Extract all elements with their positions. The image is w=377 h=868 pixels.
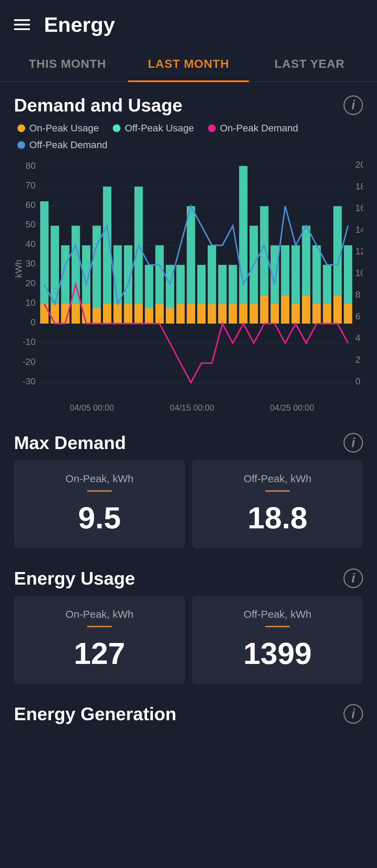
svg-rect-72: [93, 308, 101, 324]
energy-usage-section: Energy Usage i On-Peak, kWh 127 Off-Peak…: [0, 555, 377, 691]
svg-text:50: 50: [25, 219, 36, 230]
energy-usage-off-peak-value: 1399: [243, 636, 312, 671]
max-demand-on-peak-divider: [87, 490, 112, 492]
energy-usage-info-icon[interactable]: i: [343, 569, 363, 588]
svg-rect-75: [124, 304, 132, 324]
svg-text:0: 0: [355, 376, 360, 386]
svg-rect-56: [239, 166, 247, 324]
svg-text:18: 18: [355, 181, 363, 191]
svg-text:20: 20: [25, 278, 36, 288]
svg-rect-90: [281, 296, 289, 324]
energy-usage-off-peak-card: Off-Peak, kWh 1399: [192, 596, 363, 684]
x-label-1: 04/05 00:00: [70, 403, 114, 413]
svg-text:8: 8: [355, 289, 360, 300]
svg-text:10: 10: [25, 297, 36, 308]
energy-usage-off-peak-divider: [265, 626, 290, 627]
energy-usage-on-peak-value: 127: [74, 636, 125, 671]
chart-legend: On-Peak Usage Off-Peak Usage On-Peak Dem…: [14, 123, 363, 151]
energy-usage-header: Energy Usage i: [14, 568, 363, 589]
tab-this-month[interactable]: THIS MONTH: [7, 47, 128, 81]
svg-text:4: 4: [355, 333, 360, 343]
svg-text:60: 60: [25, 200, 36, 210]
energy-generation-header: Energy Generation i: [14, 703, 363, 724]
tab-bar: THIS MONTH LAST MONTH LAST YEAR: [0, 47, 377, 82]
svg-text:6: 6: [355, 311, 360, 321]
svg-text:20: 20: [355, 159, 363, 170]
demand-usage-info-icon[interactable]: i: [343, 95, 363, 115]
svg-text:40: 40: [25, 239, 36, 249]
svg-rect-77: [145, 308, 153, 324]
svg-rect-83: [208, 304, 216, 324]
max-demand-on-peak-label: On-Peak, kWh: [65, 473, 133, 485]
svg-text:30: 30: [25, 258, 36, 269]
energy-usage-title: Energy Usage: [14, 568, 135, 589]
svg-rect-67: [40, 304, 49, 324]
svg-rect-96: [344, 304, 352, 324]
energy-usage-off-peak-label: Off-Peak, kWh: [244, 608, 312, 620]
svg-rect-87: [250, 304, 258, 324]
legend-dot-off-peak-demand: [17, 141, 25, 149]
svg-rect-88: [260, 296, 268, 324]
svg-rect-85: [229, 304, 237, 324]
energy-generation-section: Energy Generation i: [0, 691, 377, 738]
legend-off-peak-usage: Off-Peak Usage: [113, 123, 194, 134]
energy-usage-on-peak-divider: [87, 626, 112, 627]
energy-usage-on-peak-label: On-Peak, kWh: [65, 608, 133, 620]
tab-last-month[interactable]: LAST MONTH: [128, 47, 249, 82]
chart-svg: -30 -20 -10 0 10 20 30 40 50 60 70 80 0 …: [14, 159, 363, 397]
demand-usage-chart: -30 -20 -10 0 10 20 30 40 50 60 70 80 0 …: [14, 159, 363, 397]
legend-dot-off-peak-usage: [113, 124, 120, 132]
energy-generation-info-icon[interactable]: i: [343, 704, 363, 724]
max-demand-section: Max Demand i On-Peak, kWh 9.5 Off-Peak, …: [0, 420, 377, 555]
svg-text:0: 0: [31, 317, 36, 327]
svg-text:12: 12: [355, 246, 363, 256]
svg-text:16: 16: [355, 203, 363, 213]
legend-off-peak-demand: Off-Peak Demand: [17, 139, 108, 151]
svg-rect-80: [176, 304, 185, 324]
svg-rect-81: [187, 304, 195, 324]
page-title: Energy: [44, 13, 115, 37]
energy-usage-grid: On-Peak, kWh 127 Off-Peak, kWh 1399: [14, 596, 363, 684]
svg-rect-91: [291, 304, 300, 324]
max-demand-header: Max Demand i: [14, 432, 363, 453]
svg-rect-93: [312, 304, 321, 324]
max-demand-off-peak-divider: [265, 490, 290, 492]
svg-text:80: 80: [25, 160, 36, 171]
svg-rect-78: [155, 304, 164, 324]
x-label-2: 04/15 00:00: [170, 403, 214, 413]
svg-text:10: 10: [355, 268, 363, 278]
svg-text:70: 70: [25, 180, 36, 190]
svg-text:2: 2: [355, 354, 360, 365]
svg-rect-74: [113, 304, 122, 324]
chart-x-labels: 04/05 00:00 04/15 00:00 04/25 00:00: [14, 400, 363, 413]
svg-rect-94: [323, 304, 331, 324]
svg-rect-86: [239, 304, 247, 324]
demand-usage-header: Demand and Usage i: [14, 95, 363, 116]
svg-rect-43: [103, 187, 111, 324]
demand-usage-section: Demand and Usage i On-Peak Usage Off-Pea…: [0, 82, 377, 420]
max-demand-info-icon[interactable]: i: [343, 433, 363, 453]
max-demand-on-peak-card: On-Peak, kWh 9.5: [14, 460, 185, 548]
svg-text:-10: -10: [22, 337, 36, 347]
max-demand-off-peak-label: Off-Peak, kWh: [244, 473, 312, 485]
svg-rect-84: [218, 304, 227, 324]
tab-last-year[interactable]: LAST YEAR: [249, 47, 370, 81]
legend-dot-on-peak-demand: [208, 124, 216, 132]
x-label-3: 04/25 00:00: [270, 403, 314, 413]
energy-generation-title: Energy Generation: [14, 703, 176, 724]
svg-rect-82: [197, 304, 206, 324]
energy-usage-on-peak-card: On-Peak, kWh 127: [14, 596, 185, 684]
legend-on-peak-demand: On-Peak Demand: [208, 123, 298, 134]
max-demand-title: Max Demand: [14, 432, 126, 453]
demand-usage-title: Demand and Usage: [14, 95, 183, 116]
svg-rect-95: [333, 296, 342, 324]
svg-rect-76: [134, 304, 143, 324]
max-demand-on-peak-value: 9.5: [78, 500, 121, 536]
legend-dot-on-peak-usage: [17, 124, 25, 132]
svg-rect-89: [271, 304, 279, 324]
svg-rect-73: [103, 304, 111, 324]
svg-text:-30: -30: [22, 376, 36, 386]
menu-button[interactable]: [14, 19, 30, 30]
svg-rect-79: [166, 308, 174, 324]
legend-on-peak-usage: On-Peak Usage: [17, 123, 99, 134]
